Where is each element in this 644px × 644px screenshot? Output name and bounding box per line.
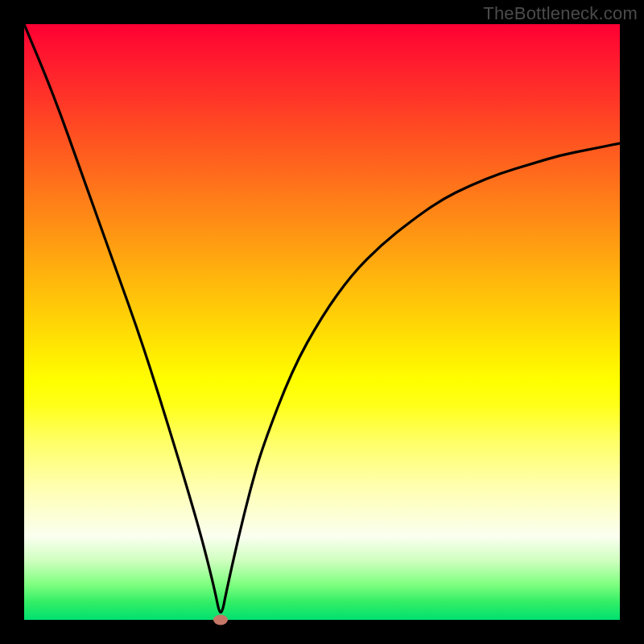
plot-area [24,24,620,620]
watermark-text: TheBottleneck.com [483,3,638,24]
optimum-marker [213,615,228,625]
bottleneck-curve [24,24,620,613]
curve-svg [24,24,620,620]
chart-canvas: TheBottleneck.com [0,0,644,644]
